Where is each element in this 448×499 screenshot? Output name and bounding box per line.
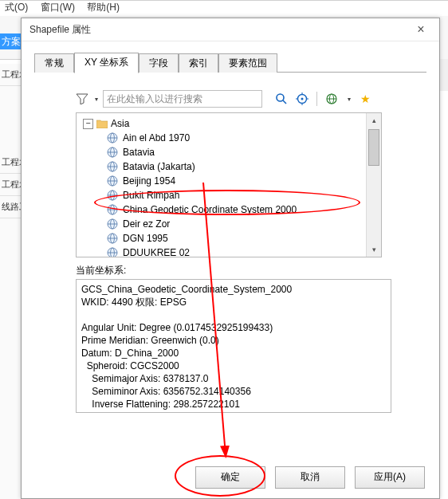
svg-point-3	[301, 98, 304, 100]
tree-item[interactable]: Deir ez Zor	[107, 217, 378, 231]
collapse-icon[interactable]: −	[83, 119, 93, 129]
tree-item-label: Batavia (Jakarta)	[123, 161, 195, 172]
globe-add-icon[interactable]	[325, 92, 338, 105]
menu-format[interactable]: 式(O)	[0, 1, 33, 14]
svg-point-0	[277, 94, 284, 101]
tree-item-label: Bukit Rimpah	[123, 190, 179, 201]
filter-icon[interactable]	[76, 92, 88, 105]
menu-window[interactable]: 窗口(W)	[36, 1, 80, 14]
globe-icon	[107, 175, 118, 187]
menu-help[interactable]: 帮助(H)	[82, 1, 124, 14]
scroll-up-icon[interactable]: ▴	[367, 113, 381, 128]
scroll-thumb[interactable]	[368, 129, 379, 166]
globe-icon	[107, 161, 118, 172]
properties-dialog: Shapefile 属性 × 常规 XY 坐标系 字段 索引 要素范围 ▾ 在此…	[21, 18, 440, 499]
tab-extent[interactable]: 要素范围	[218, 53, 277, 73]
tree-item-label: Batavia	[123, 147, 155, 158]
tab-strip: 常规 XY 坐标系 字段 索引 要素范围	[34, 53, 426, 73]
locate-icon[interactable]	[296, 92, 308, 105]
tree-item[interactable]: Beijing 1954	[107, 174, 378, 188]
filter-dropdown-icon[interactable]: ▾	[95, 96, 98, 103]
tree-item[interactable]: Ain el Abd 1970	[107, 131, 378, 145]
titlebar: Shapefile 属性 ×	[22, 18, 439, 41]
tree-item[interactable]: Batavia	[107, 145, 378, 159]
globe-icon	[107, 204, 118, 215]
globe-add-dropdown[interactable]: ▾	[348, 96, 351, 103]
close-icon[interactable]: ×	[403, 18, 439, 41]
crs-details[interactable]: GCS_China_Geodetic_Coordinate_System_200…	[76, 279, 391, 413]
tab-fields[interactable]: 字段	[139, 53, 179, 73]
globe-icon	[107, 247, 118, 257]
tab-index[interactable]: 索引	[179, 53, 218, 73]
tree-item[interactable]: Batavia (Jakarta)	[107, 159, 378, 174]
tree-item-label: China Geodetic Coordinate System 2000	[123, 204, 297, 215]
separator	[316, 92, 317, 106]
dialog-buttons: 确定 取消 应用(A)	[22, 466, 439, 489]
tab-general[interactable]: 常规	[34, 53, 74, 73]
tree-item-label: DDUUKREE 02	[123, 247, 190, 257]
globe-icon	[107, 218, 118, 230]
dialog-title: Shapefile 属性	[29, 18, 403, 41]
tree-scrollbar[interactable]: ▴ ▾	[366, 113, 381, 257]
tree-item[interactable]: DGN 1995	[107, 231, 378, 246]
svg-line-1	[283, 100, 286, 104]
tree-item-label: DGN 1995	[123, 233, 168, 244]
tree-item[interactable]: China Geodetic Coordinate System 2000	[107, 202, 378, 217]
folder-label: Asia	[111, 118, 129, 129]
ok-button[interactable]: 确定	[195, 466, 265, 489]
apply-button[interactable]: 应用(A)	[355, 466, 425, 489]
tree-item[interactable]: DDUUKREE 02	[107, 246, 378, 257]
tree-item-label: Deir ez Zor	[123, 218, 170, 230]
globe-icon	[107, 233, 118, 244]
scroll-down-icon[interactable]: ▾	[367, 242, 381, 257]
current-crs-label: 当前坐标系:	[76, 264, 426, 277]
folder-icon	[96, 119, 108, 128]
search-run-icon[interactable]	[275, 92, 288, 105]
globe-icon	[107, 132, 118, 143]
parent-menubar: 式(O) 窗口(W) 帮助(H)	[0, 0, 448, 15]
favorite-icon[interactable]: ★	[359, 92, 371, 105]
globe-icon	[107, 190, 118, 201]
search-input[interactable]: 在此处输入以进行搜索	[103, 90, 262, 108]
crs-tree[interactable]: − Asia Ain el Abd 1970BataviaBatavia (Ja…	[76, 112, 382, 257]
globe-icon	[107, 147, 118, 158]
tree-item[interactable]: Bukit Rimpah	[107, 188, 378, 202]
crs-toolbar: ▾ 在此处输入以进行搜索 ▾ ★	[76, 90, 426, 108]
tree-item-label: Beijing 1954	[123, 175, 175, 187]
tree-folder-asia[interactable]: − Asia	[83, 116, 378, 131]
tree-item-label: Ain el Abd 1970	[123, 132, 190, 143]
tab-xy-crs[interactable]: XY 坐标系	[74, 53, 139, 73]
cancel-button[interactable]: 取消	[275, 466, 345, 489]
